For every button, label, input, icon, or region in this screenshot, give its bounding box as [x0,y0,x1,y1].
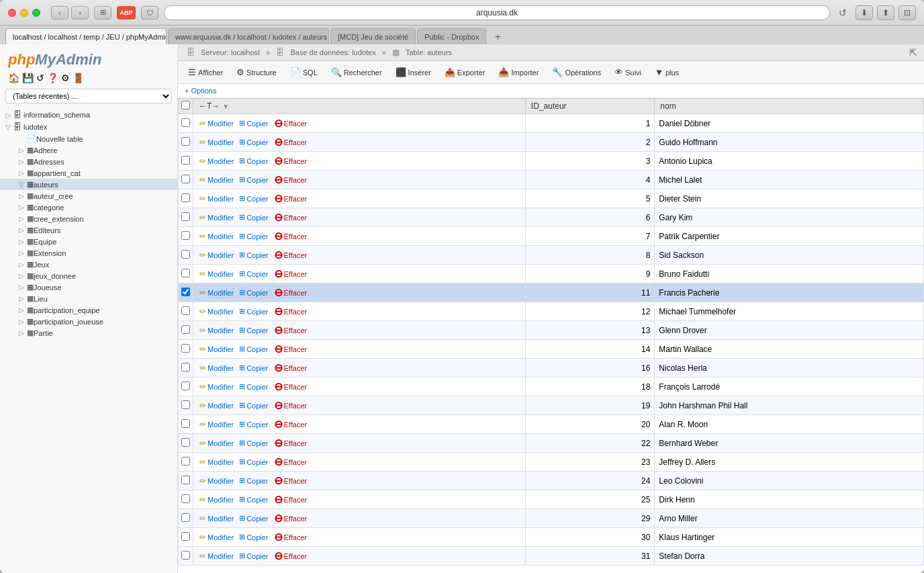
effacer-link[interactable]: ⊖ Effacer [272,511,310,525]
download-button[interactable]: ⬇ [856,5,873,20]
sidebar-item-cree-extension[interactable]: ▷ ▦ cree_extension [0,213,177,224]
breadcrumb-collapse[interactable]: ⇱ [909,47,917,58]
copier-link[interactable]: ⊞ Copier [237,457,270,467]
forward-button[interactable]: › [71,6,89,19]
breadcrumb-database-link[interactable]: Base de données: ludotex [288,48,377,56]
modifier-link[interactable]: ✏ Modifier [197,363,236,373]
row-checkbox[interactable] [181,494,190,503]
sidebar-item-joueuse[interactable]: ▷ ▦ Joueuse [0,281,177,293]
toolbar-inserer[interactable]: ⬛ Insérer [389,64,437,81]
effacer-link[interactable]: ⊖ Effacer [272,285,310,300]
breadcrumb-server-link[interactable]: Serveur: localhost [199,48,262,56]
modifier-link[interactable]: ✏ Modifier [197,551,236,562]
sidebar-item-lieu[interactable]: ▷ ▦ Lieu [0,293,177,304]
tab-1[interactable]: www.arquusia.dk / localhost / ludotex / … [168,28,329,44]
copier-link[interactable]: ⊞ Copier [237,438,270,448]
sidebar-item-jeux-donnee[interactable]: ▷ ▦ jeux_donnee [0,270,177,281]
modifier-link[interactable]: ✏ Modifier [197,175,236,185]
refresh-icon[interactable]: ↺ [36,73,44,83]
effacer-link[interactable]: ⊖ Effacer [272,154,310,168]
effacer-link[interactable]: ⊖ Effacer [272,398,310,412]
sidebar-item-partie[interactable]: ▷ ▦ Partie [0,327,177,339]
row-checkbox[interactable] [181,344,190,353]
modifier-link[interactable]: ✏ Modifier [197,438,236,449]
row-checkbox[interactable] [181,419,190,428]
copier-link[interactable]: ⊞ Copier [237,156,270,166]
breadcrumb-table-link[interactable]: Table: auteurs [404,48,454,56]
sidebar-item-nouvelle-table[interactable]: 📄 Nouvelle table [0,133,177,144]
row-checkbox[interactable] [181,457,190,466]
view-button[interactable]: ⊞ [94,6,111,19]
effacer-link[interactable]: ⊖ Effacer [272,436,310,450]
minimize-button[interactable] [20,9,28,17]
sidebar-item-auteurs[interactable]: ▽ ▦ auteurs [0,179,177,190]
logout-icon[interactable]: 🚪 [73,73,84,83]
modifier-link[interactable]: ✏ Modifier [197,457,236,468]
row-checkbox[interactable] [181,476,190,484]
settings-icon[interactable]: ⚙ [61,73,70,83]
effacer-link[interactable]: ⊖ Effacer [272,361,310,375]
row-checkbox[interactable] [181,231,190,240]
sidebar-item-extension[interactable]: ▷ ▦ Extension [0,247,177,259]
sidebar-item-editeurs[interactable]: ▷ ▦ Editeurs [0,224,177,236]
effacer-link[interactable]: ⊖ Effacer [272,342,310,356]
adblock-icon[interactable]: ABP [117,6,136,19]
copier-link[interactable]: ⊞ Copier [237,193,270,204]
copier-link[interactable]: ⊞ Copier [237,494,270,504]
sidebar-item-adhere[interactable]: ▷ ▦ Adhere [0,144,177,156]
modifier-link[interactable]: ✏ Modifier [197,212,236,223]
modifier-link[interactable]: ✏ Modifier [197,306,236,317]
toolbar-rechercher[interactable]: 🔍 Rechercher [325,64,388,81]
sidebar-item-information-schema[interactable]: ▷ 🗄 information_schema [0,109,177,121]
sidebar-item-ludotex[interactable]: ▽ 🗄 ludotex [0,121,177,133]
modifier-link[interactable]: ✏ Modifier [197,513,236,524]
sidebar-item-equipe[interactable]: ▷ ▦ Equipe [0,236,177,247]
copier-link[interactable]: ⊞ Copier [237,476,270,486]
sidebar-item-participation-equipe[interactable]: ▷ ▦ participation_equipe [0,304,177,316]
tab-0[interactable]: localhost / localhost / temp / JEU / php… [5,28,167,44]
row-checkbox[interactable] [181,438,190,447]
db-icon[interactable]: 💾 [22,73,34,83]
copier-link[interactable]: ⊞ Copier [237,212,270,222]
copier-link[interactable]: ⊞ Copier [237,344,270,354]
effacer-link[interactable]: ⊖ Effacer [272,323,310,337]
row-checkbox[interactable] [181,137,190,146]
effacer-link[interactable]: ⊖ Effacer [272,492,310,506]
modifier-link[interactable]: ✏ Modifier [197,288,236,298]
home-icon[interactable]: 🏠 [8,73,19,83]
row-checkbox[interactable] [181,175,190,183]
share-button[interactable]: ⬆ [877,5,894,20]
sidebar-item-auteur-cree[interactable]: ▷ ▦ auteur_cree [0,190,177,202]
row-checkbox[interactable] [181,382,190,390]
modifier-link[interactable]: ✏ Modifier [197,532,236,543]
url-bar[interactable]: arquusia.dk [164,5,830,20]
row-checkbox[interactable] [181,532,190,541]
row-checkbox[interactable] [181,551,190,560]
modifier-link[interactable]: ✏ Modifier [197,476,236,486]
effacer-link[interactable]: ⊖ Effacer [272,116,310,130]
toolbar-importer[interactable]: 📥 Importer [492,64,545,81]
modifier-link[interactable]: ✏ Modifier [197,400,236,411]
effacer-link[interactable]: ⊖ Effacer [272,173,310,187]
modifier-link[interactable]: ✏ Modifier [197,193,236,204]
copier-link[interactable]: ⊞ Copier [237,400,270,410]
row-checkbox[interactable] [181,156,190,165]
copier-link[interactable]: ⊞ Copier [237,231,270,241]
recent-tables-select[interactable]: (Tables récentes) ... [5,89,172,103]
row-checkbox[interactable] [181,118,190,127]
copier-link[interactable]: ⊞ Copier [237,551,270,561]
toolbar-suivi[interactable]: 👁 Suivi [608,64,647,81]
row-checkbox[interactable] [181,250,190,259]
modifier-link[interactable]: ✏ Modifier [197,269,236,279]
effacer-link[interactable]: ⊖ Effacer [272,417,310,431]
effacer-link[interactable]: ⊖ Effacer [272,530,310,544]
effacer-link[interactable]: ⊖ Effacer [272,455,310,469]
th-nom[interactable]: nom [655,99,924,114]
shield-icon[interactable]: 🛡 [141,6,158,19]
row-checkbox[interactable] [181,325,190,334]
modifier-link[interactable]: ✏ Modifier [197,156,236,167]
effacer-link[interactable]: ⊖ Effacer [272,210,310,224]
row-checkbox[interactable] [181,306,190,315]
maximize-button[interactable] [32,9,40,17]
toolbar-plus[interactable]: ▼ plus [649,64,685,81]
